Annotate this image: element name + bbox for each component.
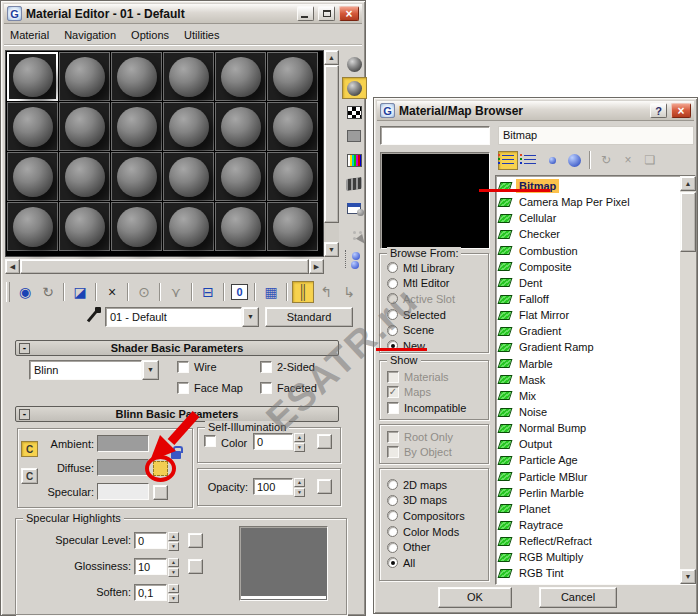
- scroll-left-button[interactable]: ◀: [5, 259, 20, 274]
- sample-slot[interactable]: [7, 102, 58, 151]
- category-compositors[interactable]: Compositors: [387, 508, 488, 524]
- menu-navigation[interactable]: Navigation: [64, 29, 116, 41]
- specular-map-button[interactable]: [153, 485, 168, 500]
- spin-up[interactable]: ▲: [294, 433, 305, 442]
- category-3d-maps[interactable]: 3D maps: [387, 493, 488, 509]
- map-item-dent[interactable]: Dent: [499, 275, 695, 291]
- material-name-value[interactable]: 01 - Default: [105, 307, 242, 327]
- material-id-channel-button[interactable]: 0: [231, 284, 248, 300]
- spin-down[interactable]: ▼: [294, 443, 305, 452]
- sample-uv-tiling-button[interactable]: [342, 125, 367, 147]
- param-spinner[interactable]: ▲▼: [168, 558, 179, 575]
- lock-icon[interactable]: [171, 451, 181, 459]
- make-preview-button[interactable]: [342, 173, 367, 195]
- radio-color-mods[interactable]: [387, 526, 398, 537]
- map-item-particle-age[interactable]: Particle Age: [499, 452, 695, 468]
- collapse-icon[interactable]: -: [19, 409, 30, 420]
- close-button[interactable]: ×: [671, 103, 691, 118]
- search-input[interactable]: [380, 126, 490, 145]
- sample-slot[interactable]: [163, 152, 214, 201]
- view-small-icons-button[interactable]: [542, 151, 562, 170]
- browse-from-mtl-editor[interactable]: Mtl Editor: [387, 276, 488, 292]
- sample-slot[interactable]: [215, 202, 266, 251]
- minimize-button[interactable]: [297, 6, 314, 21]
- shader-check-wire[interactable]: Wire: [177, 359, 260, 375]
- list-scrollbar[interactable]: ▲ ▼: [680, 176, 696, 584]
- pick-material-eyedropper-icon[interactable]: [85, 308, 101, 326]
- map-item-cellular[interactable]: Cellular: [499, 210, 695, 226]
- material-name-combo[interactable]: 01 - Default ▼: [105, 307, 259, 327]
- map-item-checker[interactable]: Checker: [499, 226, 695, 242]
- specular-color-swatch[interactable]: [97, 483, 149, 500]
- background-button[interactable]: [342, 101, 367, 123]
- param-spinner[interactable]: ▲▼: [168, 532, 179, 549]
- spin-down[interactable]: ▼: [294, 488, 305, 497]
- browse-from-mtl-library[interactable]: Mtl Library: [387, 260, 488, 276]
- menu-utilities[interactable]: Utilities: [184, 29, 219, 41]
- sample-slot[interactable]: [111, 152, 162, 201]
- map-item-noise[interactable]: Noise: [499, 404, 695, 420]
- param-field[interactable]: 10: [134, 558, 167, 575]
- spin-up[interactable]: ▲: [168, 532, 179, 541]
- map-item-normal-bump[interactable]: Normal Bump: [499, 420, 695, 436]
- map-item-reflect-refract[interactable]: Reflect/Refract: [499, 533, 695, 549]
- self-illumination-field[interactable]: 0: [253, 433, 293, 450]
- map-button[interactable]: [188, 533, 203, 548]
- shader-type-value[interactable]: Blinn: [29, 360, 142, 380]
- param-field[interactable]: 0,1: [134, 584, 167, 601]
- map-item-flat-mirror[interactable]: Flat Mirror: [499, 307, 695, 323]
- diffuse-map-button[interactable]: [153, 461, 168, 476]
- assign-material-to-selection-button[interactable]: ◪: [69, 281, 91, 303]
- menu-material[interactable]: Material: [10, 29, 49, 41]
- shader-check-2-sided[interactable]: 2-Sided: [260, 359, 343, 375]
- browser-titlebar[interactable]: G Material/Map Browser ? ×: [377, 101, 694, 121]
- sample-slot[interactable]: [111, 102, 162, 151]
- radio-2d-maps[interactable]: [387, 479, 398, 490]
- make-unique-button[interactable]: ⋎: [165, 281, 187, 303]
- radio-mtl-library[interactable]: [387, 262, 398, 273]
- map-item-smoke[interactable]: Smoke: [499, 582, 695, 585]
- sample-slot[interactable]: [163, 202, 214, 251]
- map-item-bitmap[interactable]: Bitmap: [499, 178, 695, 194]
- close-button[interactable]: ×: [339, 6, 359, 21]
- sample-slot[interactable]: [59, 102, 110, 151]
- map-item-output[interactable]: Output: [499, 436, 695, 452]
- scroll-down-button[interactable]: ▼: [324, 242, 339, 257]
- ambient-color-swatch[interactable]: [97, 435, 149, 452]
- map-item-gradient-ramp[interactable]: Gradient Ramp: [499, 339, 695, 355]
- sample-slot[interactable]: [59, 52, 110, 101]
- show-map-in-viewport-button[interactable]: ▦: [260, 281, 282, 303]
- sample-slot[interactable]: [111, 202, 162, 251]
- param-field[interactable]: 0: [134, 532, 167, 549]
- sample-slot[interactable]: [7, 152, 58, 201]
- sample-slot[interactable]: [215, 102, 266, 151]
- spin-down[interactable]: ▼: [168, 568, 179, 577]
- radio-compositors[interactable]: [387, 510, 398, 521]
- sample-slot[interactable]: [59, 202, 110, 251]
- show-incompatible[interactable]: Incompatible: [387, 400, 488, 416]
- scroll-up-button[interactable]: ▲: [680, 176, 696, 191]
- map-item-perlin-marble[interactable]: Perlin Marble: [499, 485, 695, 501]
- map-item-gradient[interactable]: Gradient: [499, 323, 695, 339]
- get-material-button[interactable]: ◉: [14, 281, 36, 303]
- browse-from-scene[interactable]: Scene: [387, 322, 488, 338]
- shader-check-face-map[interactable]: Face Map: [177, 381, 260, 397]
- show-end-result-button[interactable]: ║: [292, 281, 314, 303]
- category-color-mods[interactable]: Color Mods: [387, 524, 488, 540]
- radio-3d-maps[interactable]: [387, 495, 398, 506]
- sample-slot[interactable]: [111, 52, 162, 101]
- checkbox-faceted[interactable]: [260, 382, 272, 394]
- map-item-falloff[interactable]: Falloff: [499, 291, 695, 307]
- sample-slot[interactable]: [7, 202, 58, 251]
- browse-from-new[interactable]: New: [387, 338, 488, 354]
- self-illumination-spinner[interactable]: ▲ ▼: [294, 433, 305, 450]
- sample-slot[interactable]: [267, 102, 318, 151]
- param-spinner[interactable]: ▲▼: [168, 584, 179, 601]
- shader-rollout-header[interactable]: - Shader Basic Parameters: [15, 340, 339, 356]
- sample-slot[interactable]: [267, 52, 318, 101]
- sample-slot[interactable]: [267, 152, 318, 201]
- map-button[interactable]: [188, 559, 203, 574]
- map-item-camera-map-per-pixel[interactable]: Camera Map Per Pixel: [499, 194, 695, 210]
- map-item-composite[interactable]: Composite: [499, 259, 695, 275]
- self-illumination-map-button[interactable]: [317, 434, 332, 449]
